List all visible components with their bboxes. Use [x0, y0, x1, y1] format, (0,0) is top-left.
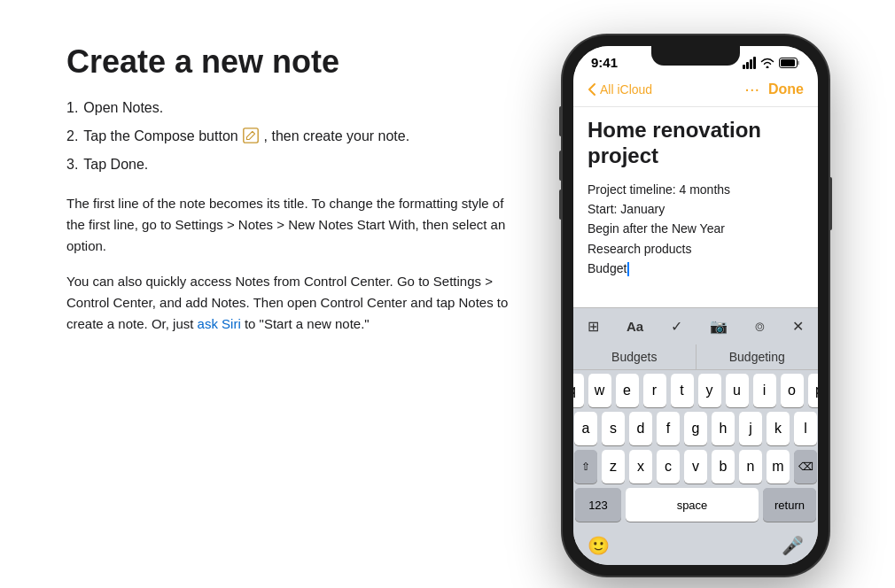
- wifi-icon: [760, 58, 774, 68]
- note-line-3: Begin after the New Year: [588, 219, 804, 238]
- svg-rect-3: [781, 59, 795, 66]
- step-1-text: Open Notes.: [83, 97, 163, 119]
- step-1: 1. Open Notes.: [66, 97, 510, 119]
- key-j[interactable]: j: [739, 412, 762, 445]
- nav-actions: ··· Done: [744, 79, 804, 99]
- key-m[interactable]: m: [767, 450, 790, 484]
- note-title: Home renovation project: [588, 118, 804, 169]
- status-time: 9:41: [591, 55, 618, 70]
- key-l[interactable]: l: [794, 412, 817, 445]
- nav-more-button[interactable]: ···: [744, 79, 759, 99]
- compose-icon: [242, 127, 260, 144]
- key-q[interactable]: q: [573, 374, 584, 407]
- key-w[interactable]: w: [588, 374, 611, 407]
- autocomplete-item-1[interactable]: Budgets: [573, 344, 697, 369]
- key-f[interactable]: f: [657, 412, 680, 445]
- svg-rect-0: [244, 128, 258, 143]
- ask-siri-link[interactable]: ask Siri: [198, 316, 241, 331]
- key-numbers[interactable]: 123: [575, 488, 621, 522]
- nav-back-label: All iCloud: [600, 82, 652, 97]
- note-line-5: Budget: [588, 259, 804, 278]
- toolbar-camera-icon[interactable]: 📷: [704, 316, 733, 337]
- key-i[interactable]: i: [753, 374, 776, 407]
- keyboard-row-2: a s d f g h j k l: [575, 412, 816, 445]
- paragraph-2: You can also quickly access Notes from C…: [66, 271, 510, 335]
- key-k[interactable]: k: [767, 412, 790, 445]
- toolbar-arrow-icon[interactable]: ⌾: [750, 315, 770, 337]
- battery-icon: [779, 58, 800, 68]
- toolbar-grid-icon[interactable]: ⊞: [582, 316, 604, 337]
- nav-back-button[interactable]: All iCloud: [588, 82, 652, 97]
- step-2-number: 2.: [66, 126, 78, 147]
- steps-list: 1. Open Notes. 2. Tap the Compose button…: [66, 97, 510, 175]
- back-chevron-icon: [588, 82, 596, 97]
- key-d[interactable]: d: [629, 412, 652, 445]
- keyboard-row-4: 123 space return: [575, 488, 816, 522]
- key-p[interactable]: p: [808, 374, 819, 407]
- key-z[interactable]: z: [602, 450, 625, 484]
- signal-icon: [743, 57, 756, 69]
- text-cursor: [627, 262, 629, 276]
- note-line-1: Project timeline: 4 months: [588, 180, 804, 199]
- toolbar-close-icon[interactable]: ✕: [787, 316, 809, 337]
- key-c[interactable]: c: [657, 450, 680, 484]
- key-r[interactable]: r: [643, 374, 666, 407]
- step-2: 2. Tap the Compose button , then create …: [66, 126, 510, 147]
- keyboard-row-1: q w e r t y u i o p: [575, 374, 816, 407]
- key-u[interactable]: u: [726, 374, 749, 407]
- toolbar-check-icon[interactable]: ✓: [665, 316, 688, 337]
- note-body: Project timeline: 4 months Start: Januar…: [588, 180, 804, 279]
- key-v[interactable]: v: [684, 450, 707, 484]
- key-o[interactable]: o: [781, 374, 804, 407]
- key-space[interactable]: space: [626, 488, 759, 522]
- page-title: Create a new note: [66, 44, 510, 80]
- key-shift[interactable]: ⇧: [574, 450, 597, 484]
- note-content-area[interactable]: Home renovation project Project timeline…: [573, 107, 818, 307]
- key-t[interactable]: t: [671, 374, 694, 407]
- keyboard-row-3: ⇧ z x c v b n m ⌫: [575, 450, 816, 484]
- key-b[interactable]: b: [712, 450, 735, 484]
- note-line-4: Research products: [588, 239, 804, 259]
- key-g[interactable]: g: [684, 412, 707, 445]
- phone-screen: 9:41: [573, 46, 818, 565]
- mic-icon[interactable]: 🎤: [782, 535, 804, 556]
- key-h[interactable]: h: [712, 412, 735, 445]
- status-icons: [743, 57, 800, 69]
- svg-rect-2: [798, 60, 799, 65]
- autocomplete-bar: Budgets Budgeting: [573, 344, 818, 370]
- note-line-2: Start: January: [588, 199, 804, 219]
- autocomplete-item-2[interactable]: Budgeting: [697, 344, 819, 369]
- notes-nav-bar: All iCloud ··· Done: [573, 74, 818, 107]
- step-3-number: 3.: [66, 154, 78, 175]
- left-panel: Create a new note 1. Open Notes. 2. Tap …: [66, 35, 510, 349]
- paragraph-2-text-after: to "Start a new note.": [241, 316, 370, 331]
- keyboard-bottom-bar: 🙂 🎤: [573, 530, 818, 565]
- key-n[interactable]: n: [739, 450, 762, 484]
- step-3-text: Tap Done.: [83, 154, 148, 175]
- keyboard: q w e r t y u i o p a s d f g: [573, 370, 818, 530]
- key-x[interactable]: x: [629, 450, 652, 484]
- step-2-text: Tap the Compose button , then create you…: [83, 126, 409, 147]
- key-return[interactable]: return: [763, 488, 816, 522]
- key-s[interactable]: s: [602, 412, 625, 445]
- phone-notch: [651, 46, 740, 66]
- iphone-device: 9:41: [563, 35, 829, 576]
- key-a[interactable]: a: [574, 412, 597, 445]
- emoji-icon[interactable]: 🙂: [588, 535, 610, 556]
- toolbar-format-icon[interactable]: Aa: [621, 317, 649, 336]
- key-y[interactable]: y: [698, 374, 721, 407]
- phone-wrapper: 9:41: [563, 35, 829, 576]
- key-delete[interactable]: ⌫: [794, 450, 817, 484]
- paragraph-1: The first line of the note becomes its t…: [66, 193, 510, 257]
- nav-done-button[interactable]: Done: [768, 81, 804, 97]
- step-1-number: 1.: [66, 97, 78, 119]
- key-e[interactable]: e: [616, 374, 639, 407]
- step-3: 3. Tap Done.: [66, 154, 510, 175]
- keyboard-toolbar: ⊞ Aa ✓ 📷 ⌾ ✕: [573, 307, 818, 344]
